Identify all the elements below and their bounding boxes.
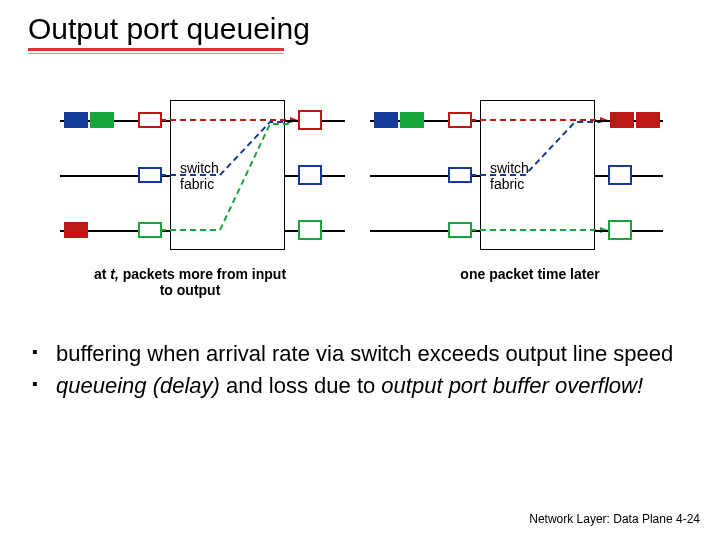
output-buffer-2 [608, 165, 632, 185]
output-buffer-2 [298, 165, 322, 185]
packet-red [64, 222, 88, 238]
switch-fabric-label: switch fabric [490, 160, 529, 192]
packet-slot-red [448, 112, 472, 128]
bullet-1: buffering when arrival rate via switch e… [30, 340, 690, 368]
queued-packet-red [636, 112, 660, 128]
packet-slot-red [138, 112, 162, 128]
bullet-2-ital1: queueing (delay) [56, 373, 220, 398]
footer-page: 24 [687, 512, 700, 526]
packet-blue [374, 112, 398, 128]
bullet-2: queueing (delay) and loss due to output … [30, 372, 690, 400]
packet-slot-blue [448, 167, 472, 183]
packet-blue [64, 112, 88, 128]
bullet-list: buffering when arrival rate via switch e… [30, 340, 690, 403]
caption-ital: t, [110, 266, 119, 282]
title-underline [28, 48, 284, 51]
packet-slot-blue [138, 167, 162, 183]
caption-at-t: at t, packets more from input to output [90, 266, 290, 298]
bullet-2-mid: and loss due to [220, 373, 381, 398]
caption-pre: at [94, 266, 110, 282]
slide-title: Output port queueing [0, 0, 720, 50]
footer-text: Network Layer: Data Plane 4- [529, 512, 686, 526]
packet-green [90, 112, 114, 128]
queued-packet-red [610, 112, 634, 128]
packet-green [400, 112, 424, 128]
diagram-later: switch fabric one packet time later [370, 100, 670, 310]
bullet-2-ital2: output port buffer overflow! [381, 373, 643, 398]
diagram-area: switch fabric at t, packets more from in… [60, 100, 680, 310]
caption-later: one packet time later [430, 266, 630, 282]
packet-slot-green [138, 222, 162, 238]
switch-fabric-label: switch fabric [180, 160, 219, 192]
output-buffer-1 [298, 110, 322, 130]
output-buffer-3 [608, 220, 632, 240]
diagram-at-t: switch fabric at t, packets more from in… [60, 100, 360, 310]
output-buffer-3 [298, 220, 322, 240]
packet-slot-green [448, 222, 472, 238]
caption-post: packets more from input to output [119, 266, 286, 298]
footer: Network Layer: Data Plane 4-24 [529, 512, 700, 526]
